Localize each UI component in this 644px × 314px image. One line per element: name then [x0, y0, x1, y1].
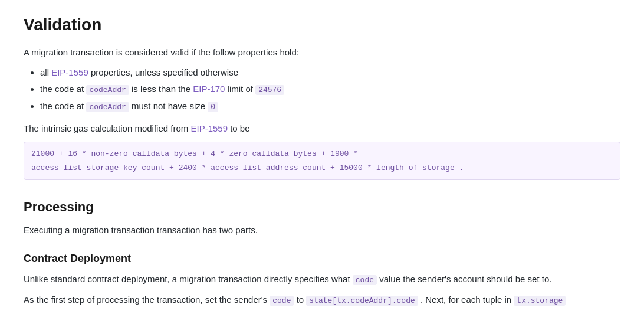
code-addr-2: codeAddr — [86, 102, 129, 112]
size-zero: 0 — [208, 102, 218, 112]
formula-intro-paragraph: The intrinsic gas calculation modified f… — [24, 122, 620, 136]
code-keyword-1: code — [353, 275, 377, 285]
bullet-3-before: the code at — [40, 101, 86, 111]
contract-deployment-para-2: As the first step of processing the tran… — [24, 293, 620, 308]
bullet-2-before: the code at — [40, 84, 86, 94]
tx-storage: tx.storage — [514, 296, 566, 306]
cd-p2-to: to — [294, 295, 306, 305]
bullet-3-middle: must not have size — [129, 101, 208, 111]
cd-p2-next: . Next, for each tuple in — [418, 295, 514, 305]
cd-p2-before: As the first step of processing the tran… — [24, 295, 270, 305]
state-code-addr: state[tx.codeAddr].code — [306, 296, 418, 306]
eip-1559-link-2[interactable]: EIP-1559 — [190, 123, 228, 133]
processing-intro: Executing a migration transaction transa… — [24, 223, 620, 237]
validation-bullets: all EIP-1559 properties, unless specifie… — [40, 66, 620, 114]
bullet-3: the code at codeAddr must not have size … — [40, 99, 620, 114]
bullet-1-text-after: properties, unless specified otherwise — [88, 67, 238, 77]
contract-deployment-heading: Contract Deployment — [24, 250, 620, 267]
formula-block: 21000 + 16 * non-zero calldata bytes + 4… — [24, 142, 620, 180]
bullet-2: the code at codeAddr is less than the EI… — [40, 82, 620, 97]
cd-p1-after: value the sender's account should be set… — [377, 274, 551, 284]
cd-p1-before: Unlike standard contract deployment, a m… — [24, 274, 353, 284]
processing-heading: Processing — [24, 197, 620, 217]
code-addr-1: codeAddr — [86, 85, 129, 95]
validation-heading: Validation — [24, 12, 620, 38]
eip-170-link[interactable]: EIP-170 — [193, 84, 225, 94]
code-keyword-2: code — [270, 296, 294, 306]
formula-intro-after: to be — [228, 123, 250, 133]
formula-line-2: access list storage key count + 2400 * a… — [31, 161, 613, 175]
validation-intro: A migration transaction is considered va… — [24, 45, 620, 60]
bullet-1-text-before: all — [40, 67, 51, 77]
eip-1559-link-1[interactable]: EIP-1559 — [51, 67, 88, 77]
contract-deployment-para-1: Unlike standard contract deployment, a m… — [24, 272, 620, 287]
formula-line-1: 21000 + 16 * non-zero calldata bytes + 4… — [31, 147, 613, 161]
bullet-2-middle: is less than the — [129, 84, 193, 94]
limit-num: 24576 — [255, 85, 284, 95]
bullet-1: all EIP-1559 properties, unless specifie… — [40, 66, 620, 80]
formula-intro-before: The intrinsic gas calculation modified f… — [24, 123, 190, 133]
bullet-2-after: limit of — [225, 84, 255, 94]
